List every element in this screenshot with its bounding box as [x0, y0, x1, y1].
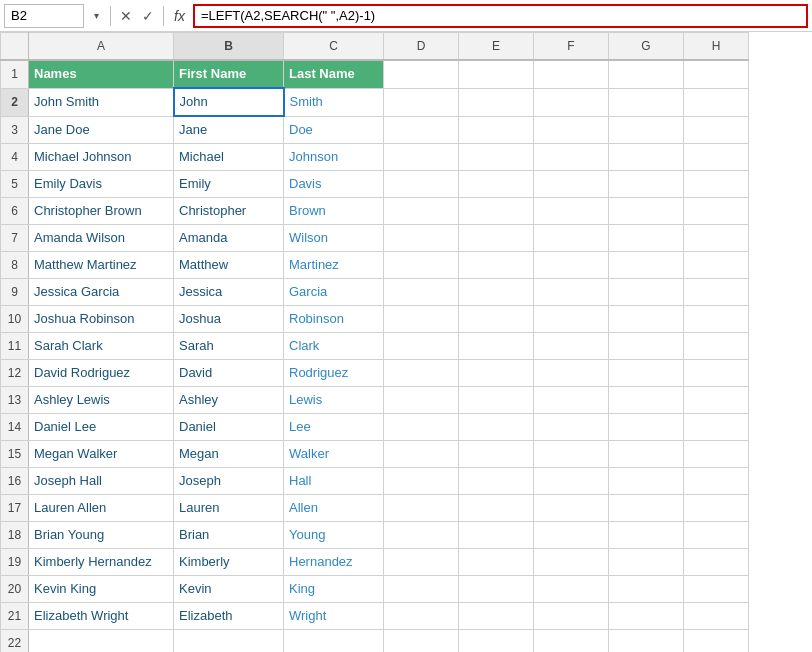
cell-c[interactable]: Lee [284, 414, 384, 441]
cell-g[interactable] [609, 198, 684, 225]
cell-h[interactable] [684, 576, 749, 603]
cell-f[interactable] [534, 225, 609, 252]
cell-f[interactable] [534, 171, 609, 198]
cell-c[interactable]: Last Name [284, 60, 384, 88]
cell-c[interactable]: Hall [284, 468, 384, 495]
cell-h[interactable] [684, 116, 749, 144]
cell-d[interactable] [384, 60, 459, 88]
cell-a[interactable]: Ashley Lewis [29, 387, 174, 414]
cell-g[interactable] [609, 88, 684, 116]
cell-d[interactable] [384, 116, 459, 144]
cell-d[interactable] [384, 360, 459, 387]
cell-h[interactable] [684, 630, 749, 653]
cell-d[interactable] [384, 495, 459, 522]
cell-h[interactable] [684, 225, 749, 252]
cell-d[interactable] [384, 279, 459, 306]
cell-d[interactable] [384, 333, 459, 360]
cell-h[interactable] [684, 333, 749, 360]
cell-c[interactable]: Brown [284, 198, 384, 225]
cell-e[interactable] [459, 252, 534, 279]
cell-f[interactable] [534, 495, 609, 522]
col-header-h[interactable]: H [684, 33, 749, 61]
cell-g[interactable] [609, 468, 684, 495]
cell-f[interactable] [534, 116, 609, 144]
cell-d[interactable] [384, 549, 459, 576]
cell-a[interactable]: Joshua Robinson [29, 306, 174, 333]
cell-c[interactable]: Wilson [284, 225, 384, 252]
cell-a[interactable]: Kevin King [29, 576, 174, 603]
cell-b[interactable]: Joseph [174, 468, 284, 495]
col-header-b[interactable]: B [174, 33, 284, 61]
cell-h[interactable] [684, 279, 749, 306]
cell-f[interactable] [534, 88, 609, 116]
cell-f[interactable] [534, 522, 609, 549]
cell-reference-box[interactable]: B2 [4, 4, 84, 28]
cell-a[interactable]: John Smith [29, 88, 174, 116]
cell-e[interactable] [459, 387, 534, 414]
cell-h[interactable] [684, 306, 749, 333]
col-header-e[interactable]: E [459, 33, 534, 61]
cell-e[interactable] [459, 495, 534, 522]
cell-d[interactable] [384, 603, 459, 630]
cell-h[interactable] [684, 522, 749, 549]
cell-c[interactable]: Smith [284, 88, 384, 116]
cell-e[interactable] [459, 88, 534, 116]
cell-a[interactable]: Joseph Hall [29, 468, 174, 495]
cell-g[interactable] [609, 60, 684, 88]
cell-c[interactable]: Walker [284, 441, 384, 468]
cell-d[interactable] [384, 306, 459, 333]
cell-b[interactable]: Kevin [174, 576, 284, 603]
cell-c[interactable]: Garcia [284, 279, 384, 306]
cell-b[interactable]: Amanda [174, 225, 284, 252]
cell-a[interactable] [29, 630, 174, 653]
cell-e[interactable] [459, 576, 534, 603]
cell-a[interactable]: Brian Young [29, 522, 174, 549]
cell-b[interactable]: Sarah [174, 333, 284, 360]
cell-g[interactable] [609, 144, 684, 171]
cell-b[interactable]: Joshua [174, 306, 284, 333]
cell-f[interactable] [534, 414, 609, 441]
cell-h[interactable] [684, 468, 749, 495]
cell-c[interactable]: Lewis [284, 387, 384, 414]
cell-ref-dropdown-icon[interactable]: ▾ [88, 10, 104, 21]
cell-e[interactable] [459, 630, 534, 653]
confirm-icon[interactable]: ✓ [139, 6, 157, 26]
cell-h[interactable] [684, 360, 749, 387]
cell-d[interactable] [384, 522, 459, 549]
col-header-d[interactable]: D [384, 33, 459, 61]
cell-b[interactable]: Daniel [174, 414, 284, 441]
cell-f[interactable] [534, 60, 609, 88]
cell-h[interactable] [684, 60, 749, 88]
cell-c[interactable]: Rodriguez [284, 360, 384, 387]
cell-f[interactable] [534, 252, 609, 279]
cell-g[interactable] [609, 576, 684, 603]
cell-g[interactable] [609, 225, 684, 252]
cell-g[interactable] [609, 360, 684, 387]
cell-f[interactable] [534, 387, 609, 414]
cell-e[interactable] [459, 549, 534, 576]
cell-a[interactable]: Emily Davis [29, 171, 174, 198]
cell-b[interactable]: Kimberly [174, 549, 284, 576]
cell-g[interactable] [609, 279, 684, 306]
cell-a[interactable]: Daniel Lee [29, 414, 174, 441]
cell-a[interactable]: Names [29, 60, 174, 88]
cell-a[interactable]: Christopher Brown [29, 198, 174, 225]
cell-c[interactable]: King [284, 576, 384, 603]
cell-e[interactable] [459, 414, 534, 441]
cell-e[interactable] [459, 333, 534, 360]
cell-f[interactable] [534, 306, 609, 333]
cell-b[interactable]: Brian [174, 522, 284, 549]
cell-c[interactable] [284, 630, 384, 653]
cell-b[interactable]: Lauren [174, 495, 284, 522]
cell-b[interactable]: Ashley [174, 387, 284, 414]
cell-d[interactable] [384, 171, 459, 198]
cell-g[interactable] [609, 116, 684, 144]
cell-c[interactable]: Wright [284, 603, 384, 630]
cell-f[interactable] [534, 198, 609, 225]
cell-c[interactable]: Davis [284, 171, 384, 198]
cell-d[interactable] [384, 88, 459, 116]
cell-b[interactable]: Michael [174, 144, 284, 171]
cell-f[interactable] [534, 441, 609, 468]
cell-e[interactable] [459, 60, 534, 88]
cell-e[interactable] [459, 468, 534, 495]
